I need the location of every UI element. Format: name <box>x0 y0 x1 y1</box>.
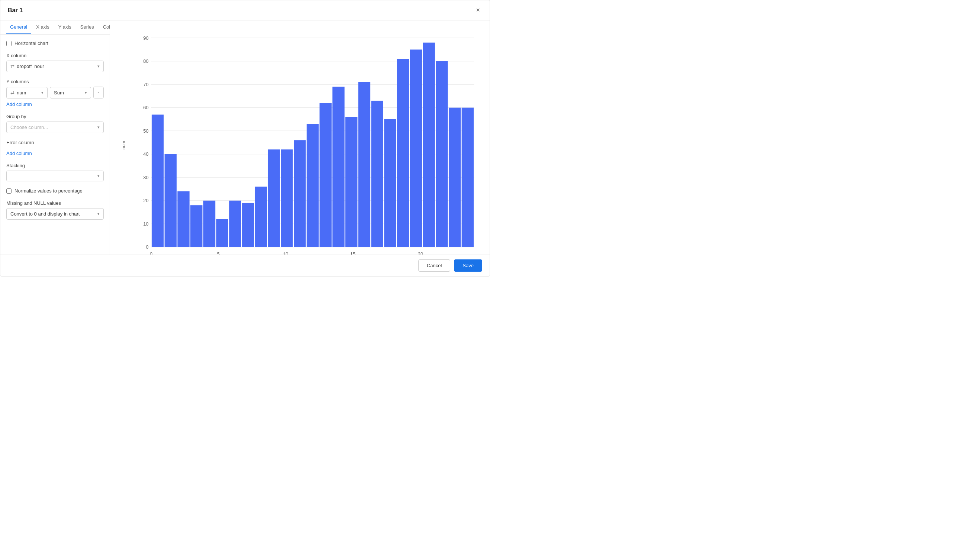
stacking-select[interactable]: ▾ <box>6 171 104 181</box>
group-by-placeholder: Choose column... <box>10 124 97 130</box>
svg-text:0: 0 <box>150 251 153 254</box>
chart-bar <box>462 108 474 247</box>
horizontal-chart-label: Horizontal chart <box>14 41 48 46</box>
missing-null-chevron-icon: ▾ <box>97 211 100 216</box>
x-column-select[interactable]: ⇄ dropoff_hour ▾ <box>6 60 104 72</box>
tabs-bar: General X axis Y axis Series Colors Data… <box>0 21 110 35</box>
svg-text:15: 15 <box>350 251 355 254</box>
horizontal-chart-checkbox[interactable] <box>6 41 11 46</box>
chart-bar <box>255 187 267 247</box>
chart-bar <box>268 149 280 247</box>
y-column-value: num <box>17 90 41 95</box>
remove-y-column-button[interactable]: - <box>93 87 104 99</box>
chart-bar <box>294 140 305 247</box>
add-error-column-link[interactable]: Add column <box>6 151 32 156</box>
chart-bar <box>281 149 293 247</box>
chart-bar <box>216 219 228 247</box>
y-agg-chevron-icon: ▾ <box>85 90 87 95</box>
y-agg-select[interactable]: Sum ▾ <box>50 87 91 99</box>
group-by-group: Group by Choose column... ▾ <box>6 114 104 133</box>
panel-content: Horizontal chart X column ⇄ dropoff_hour… <box>0 35 110 254</box>
normalize-label: Normalize values to percentage <box>14 188 83 194</box>
chart-bar <box>371 101 383 247</box>
chart-bar <box>165 154 177 247</box>
chart-bar <box>320 103 332 247</box>
svg-text:10: 10 <box>143 221 148 227</box>
normalize-row: Normalize values to percentage <box>6 188 104 194</box>
tab-yaxis[interactable]: Y axis <box>55 21 75 34</box>
chart-bar <box>397 59 409 247</box>
y-column-select[interactable]: ⇄ num ▾ <box>6 87 48 99</box>
chart-bar <box>423 43 434 247</box>
left-panel: General X axis Y axis Series Colors Data… <box>0 21 110 254</box>
close-button[interactable]: × <box>474 6 482 15</box>
dialog-body: General X axis Y axis Series Colors Data… <box>0 21 490 254</box>
missing-null-value: Convert to 0 and display in chart <box>10 211 97 217</box>
svg-text:90: 90 <box>143 35 148 41</box>
y-columns-row: ⇄ num ▾ Sum ▾ - <box>6 87 104 99</box>
right-panel: num <box>110 21 490 254</box>
svg-text:40: 40 <box>143 151 148 157</box>
tab-colors[interactable]: Colors <box>99 21 110 34</box>
chart-bar <box>190 205 202 247</box>
stacking-group: Stacking ▾ <box>6 163 104 181</box>
chart-bar <box>332 87 344 247</box>
chart-bar <box>177 191 189 247</box>
cancel-button[interactable]: Cancel <box>418 259 450 272</box>
dialog-header: Bar 1 × <box>0 0 490 21</box>
y-column-icon: ⇄ <box>10 90 14 95</box>
chart-bar <box>410 49 422 247</box>
chart-bar <box>449 108 461 247</box>
chart-bar <box>436 61 448 247</box>
group-by-select[interactable]: Choose column... ▾ <box>6 122 104 133</box>
x-column-value: dropoff_hour <box>17 64 97 69</box>
chart-y-axis-label: num <box>121 28 126 254</box>
chart-bar <box>358 82 370 247</box>
y-agg-value: Sum <box>54 90 85 95</box>
chart-bar <box>307 124 318 247</box>
y-columns-label: Y columns <box>6 79 104 84</box>
normalize-checkbox[interactable] <box>6 188 11 194</box>
svg-text:80: 80 <box>143 58 148 64</box>
save-button[interactable]: Save <box>454 259 482 272</box>
svg-text:70: 70 <box>143 82 148 87</box>
chart-inner: 0 10 20 30 40 50 60 70 80 90 <box>129 28 479 254</box>
chart-svg: 0 10 20 30 40 50 60 70 80 90 <box>129 28 479 254</box>
group-by-label: Group by <box>6 114 104 119</box>
svg-text:10: 10 <box>283 251 288 254</box>
svg-text:20: 20 <box>143 198 148 203</box>
tab-xaxis[interactable]: X axis <box>32 21 53 34</box>
tab-general[interactable]: General <box>6 21 31 34</box>
missing-null-select[interactable]: Convert to 0 and display in chart ▾ <box>6 208 104 219</box>
chart-container: num <box>121 28 479 254</box>
chart-plot: 0 10 20 30 40 50 60 70 80 90 <box>129 28 479 254</box>
x-column-group: X column ⇄ dropoff_hour ▾ <box>6 53 104 72</box>
svg-text:5: 5 <box>217 251 220 254</box>
svg-text:20: 20 <box>418 251 423 254</box>
error-column-group: Error column Add column <box>6 140 104 156</box>
add-y-column-link[interactable]: Add column <box>6 102 32 107</box>
x-column-label: X column <box>6 53 104 58</box>
horizontal-chart-row: Horizontal chart <box>6 41 104 46</box>
stacking-chevron-icon: ▾ <box>97 173 100 178</box>
x-column-icon: ⇄ <box>10 64 14 69</box>
svg-text:60: 60 <box>143 105 148 110</box>
chart-bar <box>204 201 215 247</box>
missing-null-label: Missing and NULL values <box>6 200 104 206</box>
dialog-title: Bar 1 <box>8 7 23 14</box>
group-by-chevron-icon: ▾ <box>97 125 100 130</box>
dialog-footer: Cancel Save <box>0 254 490 276</box>
chart-bar <box>242 203 254 247</box>
svg-text:30: 30 <box>143 175 148 180</box>
chart-bar <box>229 201 241 247</box>
y-columns-group: Y columns ⇄ num ▾ Sum ▾ - Add colu <box>6 79 104 107</box>
svg-text:50: 50 <box>143 128 148 134</box>
x-column-chevron-icon: ▾ <box>97 64 100 69</box>
tab-series[interactable]: Series <box>76 21 98 34</box>
chart-bar <box>152 114 164 247</box>
chart-bar <box>345 117 357 247</box>
error-column-label: Error column <box>6 140 104 145</box>
y-column-chevron-icon: ▾ <box>41 90 43 95</box>
stacking-label: Stacking <box>6 163 104 168</box>
svg-text:0: 0 <box>146 244 148 250</box>
